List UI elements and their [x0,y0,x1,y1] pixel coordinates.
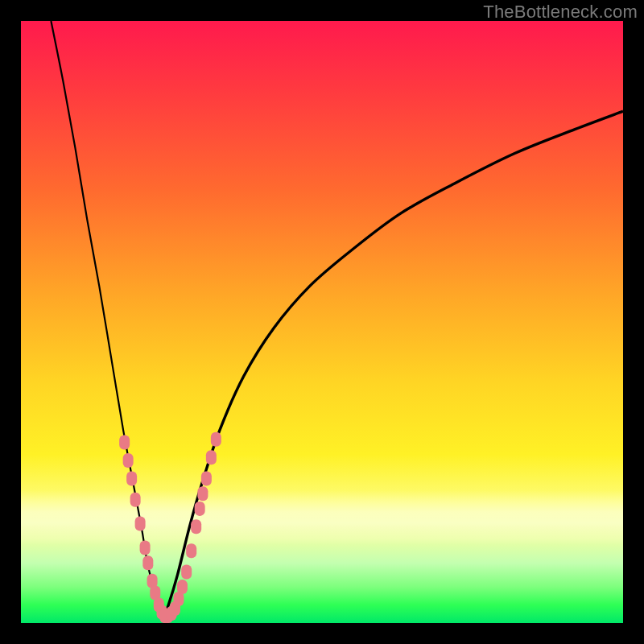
curve-left-branch [51,21,163,617]
outer-frame: TheBottleneck.com [0,0,644,644]
data-marker [201,471,212,485]
marker-group [119,432,221,623]
data-marker [123,453,134,468]
data-marker [130,493,141,507]
data-marker [197,486,208,501]
data-marker [135,517,146,531]
data-marker [211,432,221,447]
data-marker [140,541,151,555]
curve-right-branch [163,111,623,617]
data-marker [119,436,130,450]
curves-svg [21,21,623,623]
data-marker [191,519,201,534]
data-marker [181,564,192,579]
data-marker [195,502,205,516]
plot-area [21,21,623,623]
data-marker [142,555,153,570]
watermark-text: TheBottleneck.com [483,2,638,23]
data-marker [186,543,196,558]
data-marker [177,580,188,594]
data-marker [206,450,217,464]
data-marker [126,471,137,485]
